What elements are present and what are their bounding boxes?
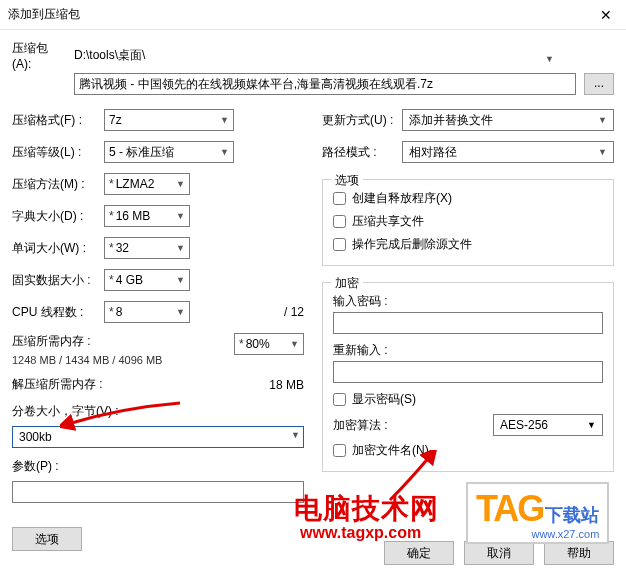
chevron-down-icon: ▼ xyxy=(176,275,185,285)
level-select[interactable]: 5 - 标准压缩▼ xyxy=(104,141,234,163)
ok-button[interactable]: 确定 xyxy=(384,541,454,565)
param-label: 参数(P) : xyxy=(12,458,304,475)
level-value: 5 - 标准压缩 xyxy=(109,144,174,161)
update-value: 添加并替换文件 xyxy=(409,112,493,129)
format-label: 压缩格式(F) : xyxy=(12,112,104,129)
close-icon[interactable]: ✕ xyxy=(586,7,626,23)
share-checkbox[interactable]: 压缩共享文件 xyxy=(333,213,603,230)
cpu-total: / 12 xyxy=(284,305,304,319)
mem-decompress-label: 解压缩所需内存 : xyxy=(12,376,269,393)
level-label: 压缩等级(L) : xyxy=(12,144,104,161)
chevron-down-icon: ▼ xyxy=(176,179,185,189)
encname-checkbox[interactable]: 加密文件名(N) xyxy=(333,442,603,459)
word-label: 单词大小(W) : xyxy=(12,240,104,257)
chevron-down-icon: ▼ xyxy=(598,147,607,157)
sfx-checkbox[interactable]: 创建自释放程序(X) xyxy=(333,190,603,207)
encryption-group-label: 加密 xyxy=(331,275,363,292)
password-input[interactable] xyxy=(333,312,603,334)
solid-label: 固实数据大小 : xyxy=(12,272,104,289)
window-title: 添加到压缩包 xyxy=(8,6,586,23)
method-label: 压缩方法(M) : xyxy=(12,176,104,193)
mem-pct-value: 80% xyxy=(246,337,270,351)
dict-select[interactable]: *16 MB▼ xyxy=(104,205,190,227)
solid-value: 4 GB xyxy=(116,273,143,287)
archive-filename-input[interactable] xyxy=(74,73,576,95)
update-select[interactable]: 添加并替换文件▼ xyxy=(402,109,614,131)
solid-select[interactable]: *4 GB▼ xyxy=(104,269,190,291)
algorithm-label: 加密算法 : xyxy=(333,417,388,434)
showpw-checkbox[interactable]: 显示密码(S) xyxy=(333,391,603,408)
pathmode-select[interactable]: 相对路径▼ xyxy=(402,141,614,163)
word-select[interactable]: *32▼ xyxy=(104,237,190,259)
cpu-label: CPU 线程数 : xyxy=(12,304,104,321)
volume-input[interactable] xyxy=(12,426,304,448)
chevron-down-icon[interactable]: ▼ xyxy=(291,430,300,440)
archive-label: 压缩包(A): xyxy=(12,40,62,71)
format-select[interactable]: 7z▼ xyxy=(104,109,234,131)
pathmode-value: 相对路径 xyxy=(409,144,457,161)
encryption-group: 加密 输入密码 : 重新输入 : 显示密码(S) 加密算法 : AES-256▼… xyxy=(322,282,614,472)
pathmode-label: 路径模式 : xyxy=(322,144,402,161)
chevron-down-icon: ▼ xyxy=(176,211,185,221)
mem-compress-value: 1248 MB / 1434 MB / 4096 MB xyxy=(12,354,234,366)
password-label: 输入密码 : xyxy=(333,293,603,310)
cpu-select[interactable]: *8▼ xyxy=(104,301,190,323)
chevron-down-icon: ▼ xyxy=(290,339,299,349)
chevron-down-icon[interactable]: ▼ xyxy=(545,54,554,64)
password2-label: 重新输入 : xyxy=(333,342,603,359)
password2-input[interactable] xyxy=(333,361,603,383)
mem-pct-select[interactable]: *80%▼ xyxy=(234,333,304,355)
cpu-value: 8 xyxy=(116,305,123,319)
volume-label: 分卷大小，字节(V) : xyxy=(12,403,304,420)
chevron-down-icon: ▼ xyxy=(176,243,185,253)
chevron-down-icon: ▼ xyxy=(220,147,229,157)
algorithm-select[interactable]: AES-256▼ xyxy=(493,414,603,436)
dict-label: 字典大小(D) : xyxy=(12,208,104,225)
chevron-down-icon: ▼ xyxy=(587,420,596,430)
options-group-label: 选项 xyxy=(331,172,363,189)
archive-path-prefix: D:\tools\桌面\ xyxy=(74,47,145,64)
delete-checkbox[interactable]: 操作完成后删除源文件 xyxy=(333,236,603,253)
mem-compress-label: 压缩所需内存 : xyxy=(12,333,234,350)
options-group: 选项 创建自释放程序(X) 压缩共享文件 操作完成后删除源文件 xyxy=(322,179,614,266)
algorithm-value: AES-256 xyxy=(500,418,548,432)
help-button[interactable]: 帮助 xyxy=(544,541,614,565)
format-value: 7z xyxy=(109,113,122,127)
update-label: 更新方式(U) : xyxy=(322,112,402,129)
options-button[interactable]: 选项 xyxy=(12,527,82,551)
word-value: 32 xyxy=(116,241,129,255)
chevron-down-icon: ▼ xyxy=(220,115,229,125)
method-select[interactable]: *LZMA2▼ xyxy=(104,173,190,195)
dict-value: 16 MB xyxy=(116,209,151,223)
chevron-down-icon: ▼ xyxy=(598,115,607,125)
browse-button[interactable]: ... xyxy=(584,73,614,95)
method-value: LZMA2 xyxy=(116,177,155,191)
param-input[interactable] xyxy=(12,481,304,503)
mem-decompress-value: 18 MB xyxy=(269,378,304,392)
cancel-button[interactable]: 取消 xyxy=(464,541,534,565)
chevron-down-icon: ▼ xyxy=(176,307,185,317)
